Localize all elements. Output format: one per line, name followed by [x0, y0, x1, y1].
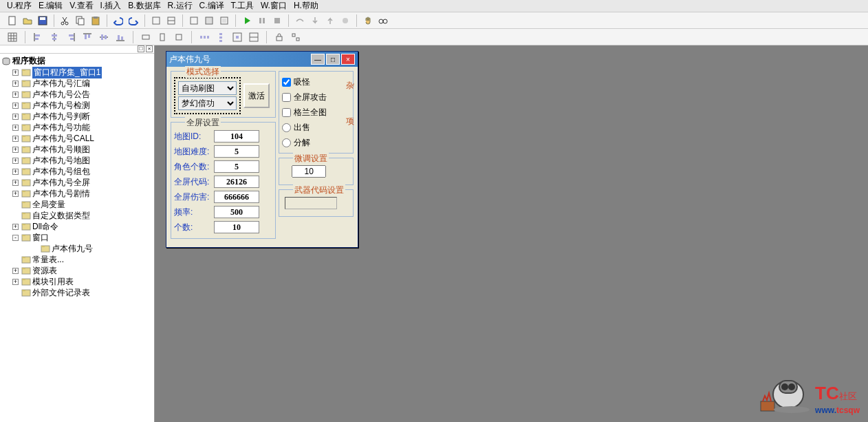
code-label[interactable]: 全屏代码:	[174, 176, 214, 188]
tree-expand-icon[interactable]: +	[12, 114, 19, 120]
tree-item[interactable]: +窗口程序集_窗口1	[1, 67, 153, 78]
tree-item[interactable]: +卢本伟九号汇编	[1, 78, 153, 89]
role-count-label[interactable]: 角色个数:	[174, 161, 214, 173]
difficulty-label[interactable]: 地图难度:	[174, 146, 214, 158]
tree-item[interactable]: -窗口	[1, 232, 153, 243]
tree-expand-icon[interactable]: -	[12, 235, 19, 241]
tree-expand-icon[interactable]: +	[12, 224, 19, 230]
menu-program[interactable]: U.程序	[6, 0, 33, 12]
tree-item[interactable]: +卢本伟九号判断	[1, 111, 153, 122]
redo-icon[interactable]	[127, 14, 140, 28]
tree-item[interactable]: +卢本伟九号CALL	[1, 133, 153, 144]
tree-root[interactable]: 程序数据	[1, 55, 153, 67]
mode-combo-2[interactable]: 梦幻倍功	[178, 96, 237, 110]
gelan-map-checkbox[interactable]	[282, 108, 291, 117]
same-width-icon[interactable]	[139, 30, 153, 44]
center-h-icon[interactable]	[230, 30, 244, 44]
align-center-v-icon[interactable]	[97, 30, 111, 44]
same-size-icon[interactable]	[172, 30, 186, 44]
stop-icon[interactable]	[270, 14, 284, 28]
tree-item[interactable]: +卢本伟九号检测	[1, 100, 153, 111]
taborder-icon[interactable]	[289, 30, 303, 44]
panel-close-icon[interactable]: ×	[146, 45, 153, 52]
hand-icon[interactable]	[361, 14, 375, 28]
role-count-input[interactable]	[214, 160, 259, 173]
pause-icon[interactable]	[255, 14, 269, 28]
form-titlebar[interactable]: 卢本伟九号 — □ ×	[166, 52, 358, 67]
menu-insert[interactable]: I.插入	[99, 0, 123, 12]
tree-expand-icon[interactable]: +	[12, 191, 19, 197]
tree-item[interactable]: 外部文件记录表	[1, 287, 153, 298]
tree-expand-icon[interactable]: +	[12, 103, 19, 109]
step-out-icon[interactable]	[323, 14, 337, 28]
num-input[interactable]	[214, 221, 259, 233]
tool-b-icon[interactable]	[164, 14, 178, 28]
tree-expand-icon[interactable]: +	[12, 158, 19, 164]
tree-expand-icon[interactable]: +	[12, 268, 19, 274]
align-center-h-icon[interactable]	[47, 30, 61, 44]
fullscreen-attack-checkbox[interactable]	[282, 93, 291, 102]
tree-expand-icon[interactable]: +	[12, 125, 19, 131]
tree-expand-icon[interactable]: +	[12, 81, 19, 87]
tree-item[interactable]: +卢本伟九号剧情	[1, 188, 153, 199]
menu-view[interactable]: V.查看	[68, 0, 94, 12]
tree-expand-icon[interactable]: +	[12, 279, 19, 285]
minimize-icon[interactable]: —	[311, 54, 325, 65]
align-top-icon[interactable]	[80, 30, 94, 44]
menu-database[interactable]: B.数据库	[127, 0, 162, 12]
tree-expand-icon[interactable]: +	[12, 180, 19, 186]
tree-expand-icon[interactable]: +	[12, 136, 19, 142]
menu-edit[interactable]: E.编辑	[37, 0, 64, 12]
tree-item[interactable]: +资源表	[1, 265, 153, 276]
mode-combo-1[interactable]: 自动刷图	[178, 81, 237, 95]
freq-label[interactable]: 频率:	[174, 207, 214, 218]
align-right-icon[interactable]	[64, 30, 78, 44]
tree-item[interactable]: 卢本伟九号	[1, 243, 153, 254]
tool-e-icon[interactable]	[217, 14, 231, 28]
menu-help[interactable]: H.帮助	[292, 0, 320, 12]
copy-icon[interactable]	[74, 14, 87, 28]
weapon-input[interactable]	[285, 197, 337, 209]
tree-item[interactable]: +卢本伟九号组包	[1, 166, 153, 177]
maximize-icon[interactable]: □	[326, 54, 340, 65]
paste-icon[interactable]	[89, 14, 102, 28]
tree-expand-icon[interactable]: +	[12, 147, 19, 153]
damage-input[interactable]	[214, 191, 259, 203]
mapid-input[interactable]	[214, 130, 259, 143]
tree-expand-icon[interactable]: +	[12, 92, 19, 98]
tree-item[interactable]: +模块引用表	[1, 276, 153, 287]
step-into-icon[interactable]	[308, 14, 322, 28]
num-label[interactable]: 个数:	[174, 222, 214, 233]
open-icon[interactable]	[21, 14, 34, 28]
grid-icon[interactable]	[6, 30, 19, 44]
sell-radio[interactable]	[282, 123, 291, 132]
tree-item[interactable]: +卢本伟九号功能	[1, 122, 153, 133]
activate-button[interactable]: 激活	[243, 83, 270, 108]
mapid-label[interactable]: 地图ID:	[174, 131, 214, 143]
tree-item[interactable]: +卢本伟九号顺图	[1, 144, 153, 155]
code-input[interactable]	[214, 176, 259, 188]
lock-icon[interactable]	[272, 30, 286, 44]
form-window[interactable]: 卢本伟九号 — □ × 模式选择 自动刷图 梦幻倍功 激活	[166, 51, 358, 248]
same-height-icon[interactable]	[155, 30, 169, 44]
freq-input[interactable]	[214, 206, 259, 218]
new-icon[interactable]	[6, 14, 19, 28]
hspace-icon[interactable]	[197, 30, 211, 44]
close-icon[interactable]: ×	[341, 54, 355, 65]
tree-item[interactable]: 自定义数据类型	[1, 210, 153, 221]
tree-item[interactable]: 全局变量	[1, 199, 153, 210]
panel-pin-icon[interactable]: □	[138, 45, 144, 52]
play-icon[interactable]	[240, 14, 254, 28]
binoculars-icon[interactable]	[376, 14, 390, 28]
menu-run[interactable]: R.运行	[166, 0, 194, 12]
tool-c-icon[interactable]	[187, 14, 201, 28]
damage-label[interactable]: 全屏伤害:	[174, 191, 214, 203]
menu-window[interactable]: W.窗口	[259, 0, 288, 12]
tree-expand-icon[interactable]: +	[12, 169, 19, 175]
micro-input[interactable]	[292, 165, 326, 178]
suck-monster-checkbox[interactable]	[282, 78, 291, 87]
tree-item[interactable]: 常量表...	[1, 254, 153, 265]
decompose-radio[interactable]	[282, 138, 291, 147]
undo-icon[interactable]	[111, 14, 125, 28]
vspace-icon[interactable]	[214, 30, 228, 44]
